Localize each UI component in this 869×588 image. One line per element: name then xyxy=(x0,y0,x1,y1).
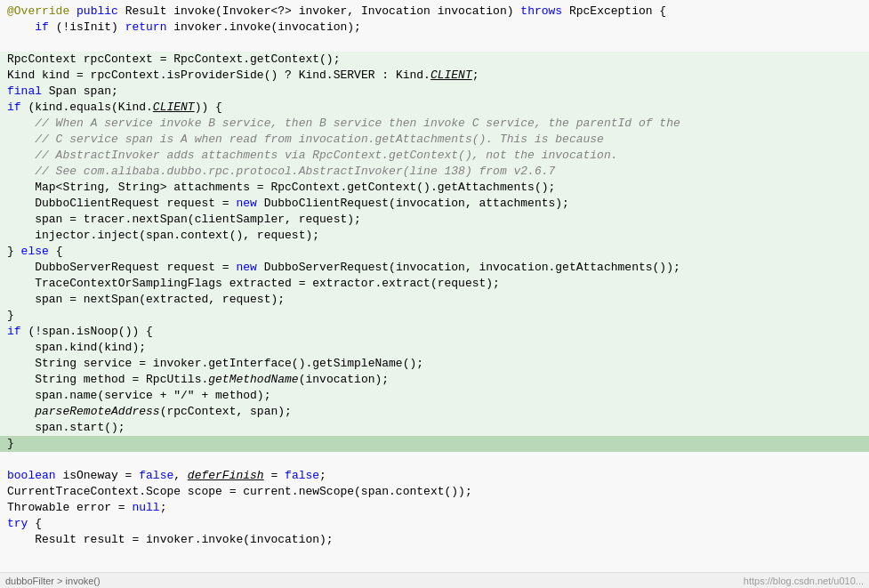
code-token: = xyxy=(264,468,285,484)
code-line: @Override public Result invoke(Invoker<?… xyxy=(0,4,869,20)
code-line: final Span span; xyxy=(0,84,869,100)
code-token: DubboServerRequest(invocation, invocatio… xyxy=(257,260,680,276)
code-token xyxy=(7,116,35,132)
code-token: } xyxy=(7,244,21,260)
code-token: DubboClientRequest(invocation, attachmen… xyxy=(257,196,569,212)
code-token xyxy=(7,132,35,148)
code-line: Result result = invoker.invoke(invocatio… xyxy=(0,532,869,548)
code-token: else xyxy=(21,244,49,260)
code-token: Span span; xyxy=(42,84,118,100)
code-token: , xyxy=(173,468,188,484)
code-token: CLIENT xyxy=(153,100,195,116)
code-token: Kind kind = rpcContext.isProviderSide() … xyxy=(7,68,334,84)
code-line: CurrentTraceContext.Scope scope = curren… xyxy=(0,484,869,500)
code-line: DubboClientRequest request = new DubboCl… xyxy=(0,196,869,212)
code-line: // See com.alibaba.dubbo.rpc.protocol.Ab… xyxy=(0,164,869,180)
code-token: null xyxy=(132,500,159,516)
code-token: new xyxy=(236,196,256,212)
code-token: RpcContext rpcContext = RpcContext. xyxy=(7,52,250,68)
code-token: Result result = invoker.invoke(invocatio… xyxy=(7,532,334,548)
code-line xyxy=(0,452,869,468)
code-line: // C service span is A when read from in… xyxy=(0,132,869,148)
code-line: Map<String, String> attachments = RpcCon… xyxy=(0,180,869,196)
code-token: { xyxy=(49,244,63,260)
code-token xyxy=(7,20,35,36)
code-token: getMethodName xyxy=(208,372,298,388)
code-token: isOneway = xyxy=(56,468,140,484)
code-line: if (!span.isNoop()) { xyxy=(0,324,869,340)
code-token: if xyxy=(7,100,21,116)
code-token: (kind.equals(Kind. xyxy=(21,100,153,116)
code-line: span.kind(kind); xyxy=(0,340,869,356)
code-token: // AbstractInvoker adds attachments via … xyxy=(35,148,617,164)
code-line: TraceContextOrSamplingFlags extracted = … xyxy=(0,276,869,292)
code-token: String service = invoker.getInterface().… xyxy=(7,356,423,372)
code-token: // See com.alibaba.dubbo.rpc.protocol.Ab… xyxy=(35,164,555,180)
code-token: CLIENT xyxy=(430,68,472,84)
code-token: (); xyxy=(319,52,340,68)
code-line: if (!isInit) return invoker.invoke(invoc… xyxy=(0,20,869,36)
code-token xyxy=(7,148,35,164)
code-line: String service = invoker.getInterface().… xyxy=(0,356,869,372)
code-token: } xyxy=(7,308,14,324)
code-token: String method = RpcUtils. xyxy=(7,372,208,388)
code-token: SERVER xyxy=(334,68,375,84)
code-token xyxy=(7,404,35,420)
code-token: ; xyxy=(160,500,167,516)
code-token: ; xyxy=(319,468,326,484)
code-line xyxy=(0,36,869,52)
code-line: } xyxy=(0,436,869,452)
code-token: false xyxy=(285,468,319,484)
code-line: if (kind.equals(Kind.CLIENT)) { xyxy=(0,100,869,116)
code-token: (rpcContext, span); xyxy=(160,404,292,420)
bottom-bar-right: https://blog.csdn.net/u010... xyxy=(744,576,864,586)
code-token: : Kind. xyxy=(374,68,430,84)
code-token: @Override xyxy=(7,4,69,20)
code-lines-container: @Override public Result invoke(Invoker<?… xyxy=(0,4,869,548)
code-line: RpcContext rpcContext = RpcContext.getCo… xyxy=(0,52,869,68)
code-token: final xyxy=(7,84,42,100)
code-token: public xyxy=(76,4,118,20)
code-token: // C service span is A when read from in… xyxy=(35,132,604,148)
code-token: (!span.isNoop()) { xyxy=(21,324,153,340)
code-token: false xyxy=(139,468,173,484)
code-token: span = tracer.nextSpan(clientSampler, re… xyxy=(7,212,361,228)
code-token: TraceContextOrSamplingFlags extracted = … xyxy=(7,276,500,292)
code-line: } xyxy=(0,308,869,324)
code-token: DubboServerRequest request = xyxy=(7,260,236,276)
code-line: } else { xyxy=(0,244,869,260)
code-token xyxy=(69,4,76,20)
code-token: return xyxy=(125,20,167,36)
code-line: span = tracer.nextSpan(clientSampler, re… xyxy=(0,212,869,228)
code-line: String method = RpcUtils.getMethodName(i… xyxy=(0,372,869,388)
code-token: try xyxy=(7,516,28,532)
code-token: getContext xyxy=(250,52,319,68)
code-token: new xyxy=(236,260,256,276)
code-token: injector.inject(span.context(), request)… xyxy=(7,228,319,244)
code-token: (!isInit) xyxy=(49,20,125,36)
code-token: parseRemoteAddress xyxy=(35,404,159,420)
bottom-bar: dubboFilter > invoke() https://blog.csdn… xyxy=(0,572,869,588)
code-token: DubboClientRequest request = xyxy=(7,196,236,212)
code-token: if xyxy=(35,20,49,36)
code-editor: @Override public Result invoke(Invoker<?… xyxy=(0,0,869,588)
code-token: invoker.invoke(invocation); xyxy=(166,20,360,36)
code-token: throws xyxy=(520,4,562,20)
code-token: Map<String, String> attachments = RpcCon… xyxy=(7,180,347,196)
code-token: if xyxy=(7,324,21,340)
code-token: Throwable error = xyxy=(7,500,132,516)
code-token: deferFinish xyxy=(188,468,264,484)
code-token: boolean xyxy=(7,468,56,484)
code-token: span.kind(kind); xyxy=(7,340,146,356)
code-line: span = nextSpan(extracted, request); xyxy=(0,292,869,308)
code-line: parseRemoteAddress(rpcContext, span); xyxy=(0,404,869,420)
code-token: } xyxy=(7,436,14,452)
code-token: )) { xyxy=(195,100,222,116)
code-token xyxy=(7,164,35,180)
code-line: try { xyxy=(0,516,869,532)
code-line: DubboServerRequest request = new DubboSe… xyxy=(0,260,869,276)
code-token: span.start(); xyxy=(7,420,125,436)
code-token: ; xyxy=(472,68,479,84)
code-token: ().getAttachments(); xyxy=(416,180,555,196)
code-line: injector.inject(span.context(), request)… xyxy=(0,228,869,244)
